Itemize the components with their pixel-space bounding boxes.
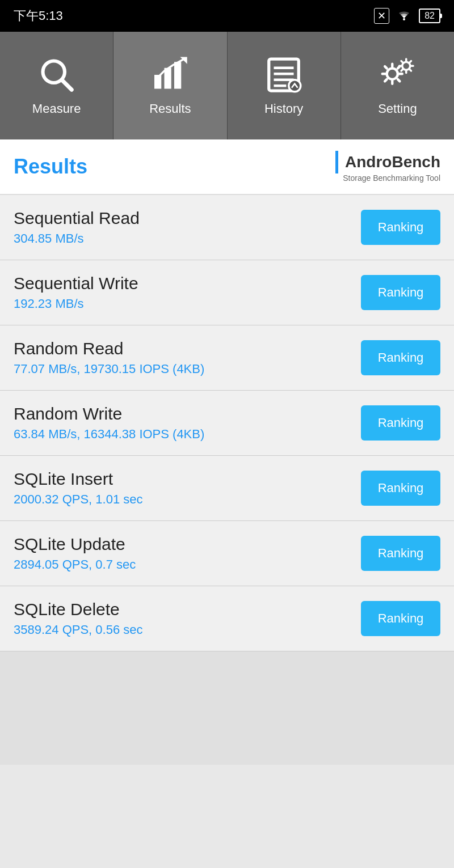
- tab-results-label: Results: [149, 101, 191, 116]
- svg-line-27: [401, 61, 403, 63]
- signal-x-icon: ✕: [374, 8, 389, 24]
- ranking-button-4[interactable]: Ranking: [361, 471, 440, 506]
- result-row-1: Sequential Write 192.23 MB/s Ranking: [0, 260, 454, 325]
- svg-point-13: [387, 69, 398, 79]
- ranking-button-1[interactable]: Ranking: [361, 275, 440, 310]
- page-title: Results: [14, 155, 87, 179]
- result-info-2: Random Read 77.07 MB/s, 19730.15 IOPS (4…: [14, 339, 361, 376]
- svg-point-0: [403, 18, 405, 20]
- tab-setting-label: Setting: [378, 101, 417, 116]
- result-title-0: Sequential Read: [14, 209, 361, 228]
- result-info-4: SQLite Insert 2000.32 QPS, 1.01 sec: [14, 469, 361, 507]
- result-title-2: Random Read: [14, 339, 361, 358]
- ranking-button-3[interactable]: Ranking: [361, 405, 440, 441]
- result-info-1: Sequential Write 192.23 MB/s: [14, 274, 361, 311]
- result-value-5: 2894.05 QPS, 0.7 sec: [14, 557, 361, 572]
- battery-icon: 82: [419, 9, 440, 23]
- svg-rect-5: [174, 62, 181, 88]
- nav-tabs: Measure Results History: [0, 32, 454, 139]
- tab-history-label: History: [264, 101, 303, 116]
- tab-results[interactable]: Results: [114, 32, 227, 139]
- result-row-0: Sequential Read 304.85 MB/s Ranking: [0, 195, 454, 260]
- tab-history[interactable]: History: [228, 32, 341, 139]
- tab-setting[interactable]: Setting: [341, 32, 454, 139]
- result-info-6: SQLite Delete 3589.24 QPS, 0.56 sec: [14, 600, 361, 637]
- svg-line-19: [398, 79, 400, 82]
- brand-bar: [335, 151, 338, 173]
- ranking-button-6[interactable]: Ranking: [361, 601, 440, 636]
- ranking-button-2[interactable]: Ranking: [361, 340, 440, 375]
- result-row-2: Random Read 77.07 MB/s, 19730.15 IOPS (4…: [0, 325, 454, 391]
- status-time: 下午5:13: [14, 7, 63, 24]
- result-row-3: Random Write 63.84 MB/s, 16344.38 IOPS (…: [0, 391, 454, 456]
- status-icons: ✕ 82: [374, 8, 440, 24]
- svg-line-30: [410, 61, 411, 63]
- result-row-5: SQLite Update 2894.05 QPS, 0.7 sec Ranki…: [0, 521, 454, 586]
- result-row-4: SQLite Insert 2000.32 QPS, 1.01 sec Rank…: [0, 456, 454, 521]
- result-info-3: Random Write 63.84 MB/s, 16344.38 IOPS (…: [14, 404, 361, 442]
- result-value-0: 304.85 MB/s: [14, 231, 361, 246]
- setting-icon: [377, 55, 417, 95]
- brand-subtitle: Storage Benchmarking Tool: [343, 173, 440, 183]
- brand-logo: AndroBench Storage Benchmarking Tool: [335, 151, 440, 183]
- tab-measure[interactable]: Measure: [0, 32, 114, 139]
- result-info-0: Sequential Read 304.85 MB/s: [14, 209, 361, 246]
- result-value-1: 192.23 MB/s: [14, 297, 361, 311]
- page-header: Results AndroBench Storage Benchmarking …: [0, 139, 454, 195]
- result-value-6: 3589.24 QPS, 0.56 sec: [14, 623, 361, 637]
- bottom-space: [0, 651, 454, 765]
- result-value-4: 2000.32 QPS, 1.01 sec: [14, 492, 361, 507]
- result-title-4: SQLite Insert: [14, 469, 361, 489]
- result-title-6: SQLite Delete: [14, 600, 361, 619]
- results-list: Sequential Read 304.85 MB/s Ranking Sequ…: [0, 195, 454, 651]
- measure-icon: [37, 55, 77, 95]
- svg-point-12: [289, 80, 301, 92]
- result-value-3: 63.84 MB/s, 16344.38 IOPS (4KB): [14, 427, 361, 442]
- result-title-3: Random Write: [14, 404, 361, 424]
- svg-line-2: [61, 80, 72, 90]
- brand-name: AndroBench: [335, 151, 440, 173]
- result-info-5: SQLite Update 2894.05 QPS, 0.7 sec: [14, 535, 361, 572]
- history-icon: [264, 55, 304, 95]
- svg-line-28: [410, 69, 411, 71]
- result-title-1: Sequential Write: [14, 274, 361, 293]
- result-value-2: 77.07 MB/s, 19730.15 IOPS (4KB): [14, 362, 361, 376]
- svg-line-18: [385, 66, 388, 69]
- svg-line-29: [401, 69, 403, 71]
- results-icon: [150, 55, 190, 95]
- result-title-5: SQLite Update: [14, 535, 361, 554]
- wifi-icon: [396, 8, 412, 24]
- ranking-button-5[interactable]: Ranking: [361, 536, 440, 571]
- status-bar: 下午5:13 ✕ 82: [0, 0, 454, 32]
- ranking-button-0[interactable]: Ranking: [361, 210, 440, 245]
- svg-line-20: [385, 79, 388, 82]
- result-row-6: SQLite Delete 3589.24 QPS, 0.56 sec Rank…: [0, 586, 454, 651]
- tab-measure-label: Measure: [32, 101, 81, 116]
